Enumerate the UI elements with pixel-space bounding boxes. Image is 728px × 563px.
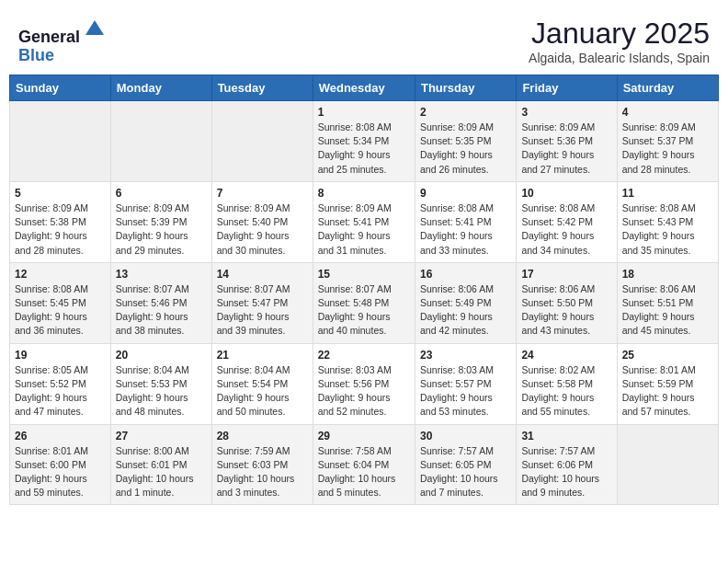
logo: General Blue [18,17,108,65]
day-info: Sunrise: 8:09 AM Sunset: 5:40 PM Dayligh… [217,201,308,258]
calendar-cell: 4Sunrise: 8:09 AM Sunset: 5:37 PM Daylig… [617,101,718,182]
day-info: Sunrise: 8:09 AM Sunset: 5:38 PM Dayligh… [15,201,106,258]
calendar-cell: 20Sunrise: 8:04 AM Sunset: 5:53 PM Dayli… [110,343,211,424]
day-info: Sunrise: 8:09 AM Sunset: 5:39 PM Dayligh… [116,201,207,258]
day-number: 24 [521,349,611,362]
day-info: Sunrise: 8:06 AM Sunset: 5:50 PM Dayligh… [521,282,611,339]
day-number: 7 [217,187,308,200]
logo-general: General [18,28,80,46]
calendar-cell: 28Sunrise: 7:59 AM Sunset: 6:03 PM Dayli… [211,424,313,505]
logo-icon [82,17,108,42]
calendar-cell: 23Sunrise: 8:03 AM Sunset: 5:57 PM Dayli… [415,343,516,424]
calendar-cell: 9Sunrise: 8:08 AM Sunset: 5:41 PM Daylig… [415,181,516,262]
calendar-cell: 21Sunrise: 8:04 AM Sunset: 5:54 PM Dayli… [211,343,313,424]
day-number: 18 [622,268,713,281]
calendar-cell: 15Sunrise: 8:07 AM Sunset: 5:48 PM Dayli… [313,262,415,343]
day-number: 17 [521,268,611,281]
day-number: 4 [622,106,713,119]
day-info: Sunrise: 8:08 AM Sunset: 5:42 PM Dayligh… [521,201,611,258]
calendar-cell [211,101,313,182]
day-number: 29 [318,430,410,442]
day-number: 25 [622,349,713,362]
calendar-cell: 30Sunrise: 7:57 AM Sunset: 6:05 PM Dayli… [415,424,516,505]
day-number: 13 [116,268,207,281]
day-info: Sunrise: 8:06 AM Sunset: 5:49 PM Dayligh… [420,282,511,339]
day-number: 27 [116,430,207,442]
weekday-header-tuesday: Tuesday [211,75,313,101]
calendar-cell: 22Sunrise: 8:03 AM Sunset: 5:56 PM Dayli… [313,343,415,424]
day-number: 9 [420,187,511,200]
day-number: 15 [318,268,410,281]
calendar-cell: 25Sunrise: 8:01 AM Sunset: 5:59 PM Dayli… [617,343,718,424]
day-number: 21 [217,349,308,362]
calendar-cell: 11Sunrise: 8:08 AM Sunset: 5:43 PM Dayli… [617,181,718,262]
calendar-cell: 18Sunrise: 8:06 AM Sunset: 5:51 PM Dayli… [617,262,718,343]
calendar-cell [10,101,111,182]
day-info: Sunrise: 8:09 AM Sunset: 5:41 PM Dayligh… [318,201,410,258]
calendar-cell: 16Sunrise: 8:06 AM Sunset: 5:49 PM Dayli… [415,262,516,343]
day-number: 5 [15,187,106,200]
day-info: Sunrise: 8:04 AM Sunset: 5:53 PM Dayligh… [116,363,207,419]
calendar-cell: 19Sunrise: 8:05 AM Sunset: 5:52 PM Dayli… [10,343,111,424]
day-info: Sunrise: 8:01 AM Sunset: 6:00 PM Dayligh… [15,444,106,500]
weekday-header-friday: Friday [517,75,617,101]
day-info: Sunrise: 8:08 AM Sunset: 5:45 PM Dayligh… [15,282,106,339]
day-info: Sunrise: 8:03 AM Sunset: 5:57 PM Dayligh… [420,363,511,419]
calendar-week-row: 5Sunrise: 8:09 AM Sunset: 5:38 PM Daylig… [10,181,719,262]
weekday-header-wednesday: Wednesday [313,75,415,101]
day-info: Sunrise: 8:00 AM Sunset: 6:01 PM Dayligh… [116,444,207,500]
day-number: 14 [217,268,308,281]
calendar-week-row: 26Sunrise: 8:01 AM Sunset: 6:00 PM Dayli… [10,424,719,505]
weekday-header-thursday: Thursday [415,75,516,101]
day-info: Sunrise: 8:09 AM Sunset: 5:35 PM Dayligh… [420,121,511,177]
day-info: Sunrise: 8:05 AM Sunset: 5:52 PM Dayligh… [15,363,106,419]
weekday-header-row: SundayMondayTuesdayWednesdayThursdayFrid… [10,75,719,101]
day-info: Sunrise: 8:07 AM Sunset: 5:47 PM Dayligh… [217,282,308,339]
day-info: Sunrise: 8:08 AM Sunset: 5:34 PM Dayligh… [318,121,410,177]
day-number: 12 [15,268,106,281]
day-info: Sunrise: 8:08 AM Sunset: 5:43 PM Dayligh… [622,201,713,258]
day-number: 22 [318,349,410,362]
calendar-cell: 10Sunrise: 8:08 AM Sunset: 5:42 PM Dayli… [517,181,617,262]
day-info: Sunrise: 7:59 AM Sunset: 6:03 PM Dayligh… [217,444,308,500]
logo-blue: Blue [18,46,54,64]
day-info: Sunrise: 8:07 AM Sunset: 5:48 PM Dayligh… [318,282,410,339]
calendar-table: SundayMondayTuesdayWednesdayThursdayFrid… [9,75,719,505]
calendar-cell: 17Sunrise: 8:06 AM Sunset: 5:50 PM Dayli… [517,262,617,343]
day-number: 19 [15,349,106,362]
day-number: 16 [420,268,511,281]
day-info: Sunrise: 8:03 AM Sunset: 5:56 PM Dayligh… [318,363,410,419]
calendar-cell: 31Sunrise: 7:57 AM Sunset: 6:06 PM Dayli… [517,424,617,505]
month-title: January 2025 [529,17,710,51]
day-info: Sunrise: 8:08 AM Sunset: 5:41 PM Dayligh… [420,201,511,258]
calendar-week-row: 12Sunrise: 8:08 AM Sunset: 5:45 PM Dayli… [10,262,719,343]
calendar-cell: 14Sunrise: 8:07 AM Sunset: 5:47 PM Dayli… [211,262,313,343]
day-number: 20 [116,349,207,362]
day-info: Sunrise: 8:09 AM Sunset: 5:37 PM Dayligh… [622,121,713,177]
day-number: 6 [116,187,207,200]
svg-marker-0 [85,20,104,35]
day-info: Sunrise: 8:06 AM Sunset: 5:51 PM Dayligh… [622,282,713,339]
calendar-cell: 1Sunrise: 8:08 AM Sunset: 5:34 PM Daylig… [313,101,415,182]
calendar-cell [110,101,211,182]
calendar-week-row: 1Sunrise: 8:08 AM Sunset: 5:34 PM Daylig… [10,101,719,182]
calendar-cell: 24Sunrise: 8:02 AM Sunset: 5:58 PM Dayli… [517,343,617,424]
location-subtitle: Algaida, Balearic Islands, Spain [529,51,710,65]
calendar-cell: 8Sunrise: 8:09 AM Sunset: 5:41 PM Daylig… [313,181,415,262]
calendar-cell [617,424,718,505]
day-info: Sunrise: 7:57 AM Sunset: 6:05 PM Dayligh… [420,444,511,500]
calendar-cell: 3Sunrise: 8:09 AM Sunset: 5:36 PM Daylig… [517,101,617,182]
day-number: 11 [622,187,713,200]
day-number: 1 [318,106,410,119]
weekday-header-saturday: Saturday [617,75,718,101]
day-number: 31 [521,430,611,442]
day-number: 26 [15,430,106,442]
calendar-cell: 26Sunrise: 8:01 AM Sunset: 6:00 PM Dayli… [10,424,111,505]
day-info: Sunrise: 8:01 AM Sunset: 5:59 PM Dayligh… [622,363,713,419]
calendar-cell: 6Sunrise: 8:09 AM Sunset: 5:39 PM Daylig… [110,181,211,262]
title-block: January 2025 Algaida, Balearic Islands, … [529,17,710,65]
calendar-cell: 5Sunrise: 8:09 AM Sunset: 5:38 PM Daylig… [10,181,111,262]
day-number: 23 [420,349,511,362]
day-number: 30 [420,430,511,442]
day-info: Sunrise: 7:57 AM Sunset: 6:06 PM Dayligh… [521,444,611,500]
